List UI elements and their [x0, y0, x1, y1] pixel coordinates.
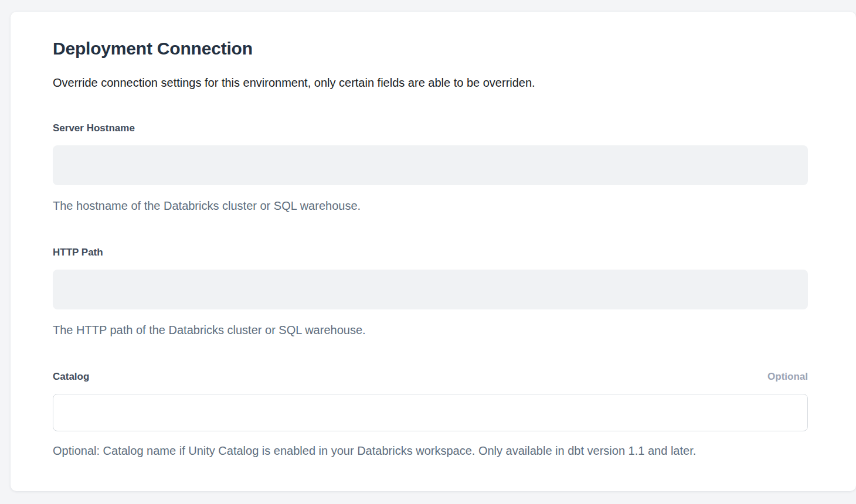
server-hostname-help: The hostname of the Databricks cluster o…	[53, 198, 808, 213]
page-subtitle: Override connection settings for this en…	[53, 75, 808, 90]
http-path-label-row: HTTP Path	[53, 246, 808, 259]
form-content: Deployment Connection Override connectio…	[53, 38, 808, 458]
page-title: Deployment Connection	[53, 38, 808, 60]
server-hostname-label: Server Hostname	[53, 122, 135, 135]
catalog-input[interactable]	[53, 394, 808, 431]
http-path-input	[53, 270, 808, 309]
http-path-label: HTTP Path	[53, 246, 103, 259]
optional-badge: Optional	[767, 370, 808, 383]
server-hostname-input	[53, 145, 808, 185]
catalog-help: Optional: Catalog name if Unity Catalog …	[53, 443, 808, 458]
catalog-field: Catalog Optional Optional: Catalog name …	[53, 370, 808, 458]
catalog-label-row: Catalog Optional	[53, 370, 808, 383]
catalog-label: Catalog	[53, 370, 89, 383]
http-path-field: HTTP Path The HTTP path of the Databrick…	[53, 246, 808, 338]
http-path-help: The HTTP path of the Databricks cluster …	[53, 322, 808, 338]
server-hostname-field: Server Hostname The hostname of the Data…	[53, 122, 808, 213]
deployment-connection-card: Deployment Connection Override connectio…	[11, 12, 856, 491]
server-hostname-label-row: Server Hostname	[53, 122, 808, 135]
